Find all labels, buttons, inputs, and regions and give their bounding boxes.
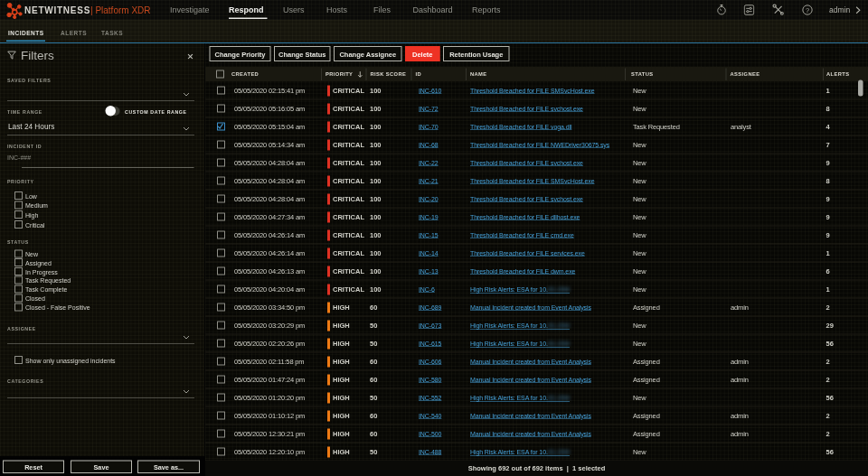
svg-text:?: ?	[806, 6, 809, 14]
